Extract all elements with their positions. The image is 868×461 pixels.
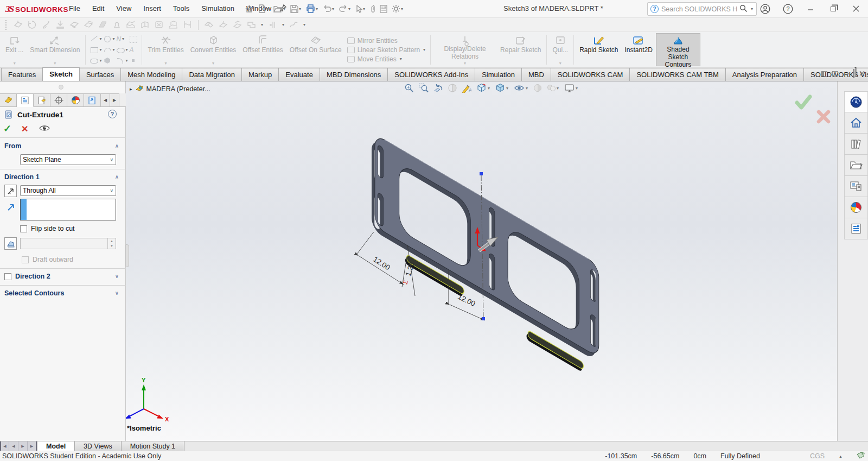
home-button[interactable] xyxy=(243,2,256,16)
model-canvas[interactable]: 12.00 1.20 Σ 12.00 xyxy=(126,81,834,441)
manager-tabs-scroll-left[interactable]: ◀ xyxy=(101,93,110,107)
scroll-next-icon[interactable]: ▶ xyxy=(18,441,28,451)
menu-edit[interactable]: Edit xyxy=(86,0,110,17)
tab-markup[interactable]: Markup xyxy=(241,68,279,81)
scroll-prev-icon[interactable]: ◀ xyxy=(9,441,18,451)
feature-tool-icon[interactable] xyxy=(267,20,278,29)
manager-tabs-scroll-right[interactable]: ▶ xyxy=(110,93,119,107)
motion-study-tab[interactable]: Motion Study 1 xyxy=(122,441,184,451)
restore-button[interactable] xyxy=(826,2,841,15)
scroll-first-icon[interactable]: ◀ xyxy=(0,441,9,451)
tab-solidworks-cam[interactable]: SOLIDWORKS CAM xyxy=(551,68,630,81)
unit-system-selector[interactable]: CGS xyxy=(810,452,825,460)
tab-features[interactable]: Features xyxy=(1,68,43,81)
instant2d-button[interactable]: Instant2D xyxy=(622,33,656,66)
3dexperience-resources-tab[interactable] xyxy=(844,91,868,112)
feature-tool-icon[interactable] xyxy=(246,20,257,29)
ribbon-minimize-icon[interactable] xyxy=(843,70,848,78)
shaded-sketch-contours-button[interactable]: Shaded Sketch Contours xyxy=(656,33,700,66)
properties-list-icon[interactable] xyxy=(378,2,389,16)
undo-button[interactable]: ▾ xyxy=(321,2,336,16)
cam-manager-tab[interactable] xyxy=(84,93,101,107)
selected-contours-header[interactable]: Selected Contours xyxy=(4,289,64,297)
feature-tool-icon[interactable] xyxy=(218,20,228,29)
view-palette-tab[interactable] xyxy=(844,176,868,197)
display-manager-tab[interactable] xyxy=(67,93,84,107)
end-condition-combobox[interactable]: Through All ∨ xyxy=(20,185,116,196)
ribbon-close-icon[interactable] xyxy=(859,70,865,78)
selection-box-tool[interactable] xyxy=(129,34,137,45)
3d-views-tab[interactable]: 3D Views xyxy=(75,441,122,451)
move-entities-button[interactable]: Move Entities▾ xyxy=(347,55,426,63)
quick-snaps-button[interactable]: Qui... ▾ xyxy=(549,33,571,66)
tab-sketch[interactable]: Sketch xyxy=(42,67,80,81)
convert-entities-button[interactable]: Convert Entities ▾ xyxy=(187,33,240,66)
spin-up-icon[interactable]: ▲ xyxy=(108,238,116,244)
feature-tool-icon[interactable] xyxy=(140,20,150,29)
feature-tool-icon[interactable] xyxy=(41,20,52,29)
direction2-expand-icon[interactable]: ∨ xyxy=(115,273,119,279)
feature-tool-icon[interactable] xyxy=(204,20,214,29)
direction2-checkbox[interactable]: Direction 2 xyxy=(4,273,50,280)
scroll-last-icon[interactable]: ▶ xyxy=(28,441,37,451)
search-input[interactable] xyxy=(661,5,737,13)
preview-eye-button[interactable] xyxy=(39,124,50,134)
options-gear-button[interactable]: ▾ xyxy=(390,2,405,16)
panel-splitter-grip[interactable] xyxy=(125,244,129,267)
menu-simulation[interactable]: Simulation xyxy=(195,0,240,17)
trim-entities-button[interactable]: Trim Entities ▾ xyxy=(144,33,187,66)
attachment-icon[interactable] xyxy=(368,2,377,16)
custom-properties-tab[interactable] xyxy=(844,218,868,239)
tab-data-migration[interactable]: Data Migration xyxy=(182,68,242,81)
redo-button[interactable]: ▾ xyxy=(337,2,353,16)
feature-tool-icon[interactable] xyxy=(27,20,37,29)
circle-tool[interactable]: ▾ xyxy=(103,34,115,45)
linear-sketch-pattern-button[interactable]: Linear Sketch Pattern▾ xyxy=(347,46,426,54)
print-button[interactable]: ▾ xyxy=(304,2,320,16)
flip-side-checkbox[interactable]: Flip side to cut xyxy=(20,225,75,232)
tab-surfaces[interactable]: Surfaces xyxy=(79,68,121,81)
arc-tool[interactable]: ▾ xyxy=(103,45,115,55)
dim-mid-text[interactable]: 12.00 xyxy=(456,293,476,308)
close-button[interactable] xyxy=(848,2,864,15)
select-cursor-button[interactable]: ▾ xyxy=(354,2,367,16)
feature-tool-icon[interactable] xyxy=(112,20,122,29)
status-caret-icon[interactable]: ▲ xyxy=(839,454,843,458)
feature-tool-icon[interactable] xyxy=(289,20,299,29)
model-tab[interactable]: Model xyxy=(37,441,75,451)
dimxpert-manager-tab[interactable] xyxy=(50,93,67,107)
confirm-ok-corner[interactable] xyxy=(795,94,812,111)
new-document-button[interactable]: ▾ xyxy=(257,2,271,16)
spline-tool[interactable]: N▾ xyxy=(116,34,128,45)
display-delete-relations-button[interactable]: Display/Delete Relations ▾ xyxy=(433,33,497,66)
feature-tool-icon[interactable] xyxy=(154,20,164,29)
direction1-section-header[interactable]: Direction 1 xyxy=(4,173,40,181)
reverse-direction-button[interactable] xyxy=(4,185,17,197)
graphics-area[interactable]: ▸ MADERA (Predeter... A ▾ ▾ ▾ ▾ ▾ xyxy=(126,81,837,441)
toolbar-grip[interactable] xyxy=(5,20,7,30)
search-scope-dropdown-icon[interactable]: ▾ xyxy=(750,7,754,11)
offset-on-surface-button[interactable]: Offset On Surface xyxy=(286,33,345,66)
design-library-tab[interactable] xyxy=(844,134,868,155)
feature-tool-icon[interactable] xyxy=(69,20,80,29)
sketch-text-tool[interactable]: A xyxy=(129,45,137,55)
menu-view[interactable]: View xyxy=(110,0,137,17)
spin-down-icon[interactable]: ▼ xyxy=(108,244,116,249)
point-tool[interactable] xyxy=(129,55,137,66)
tab-mesh-modeling[interactable]: Mesh Modeling xyxy=(120,68,182,81)
feature-tool-icon[interactable] xyxy=(84,20,94,29)
line-tool[interactable]: ▾ xyxy=(90,34,102,45)
exit-sketch-button[interactable]: Exit ... ▾ xyxy=(2,33,27,66)
tab-analysis-preparation[interactable]: Analysis Preparation xyxy=(725,68,804,81)
property-manager-tab[interactable] xyxy=(17,93,34,107)
tab-simulation[interactable]: Simulation xyxy=(475,68,522,81)
cancel-feature-button[interactable]: ✕ xyxy=(21,124,28,134)
feature-help-icon[interactable]: ? xyxy=(108,110,117,118)
draft-angle-field[interactable]: ▲ ▼ xyxy=(20,238,116,249)
feature-tool-icon[interactable] xyxy=(168,20,178,29)
selected-contours-expand-icon[interactable]: ∨ xyxy=(115,290,119,296)
menu-insert[interactable]: Insert xyxy=(137,0,167,17)
feature-tool-icon[interactable] xyxy=(232,20,242,29)
tab-mbd-dimensions[interactable]: MBD Dimensions xyxy=(320,68,388,81)
menu-file[interactable]: File xyxy=(63,0,86,17)
